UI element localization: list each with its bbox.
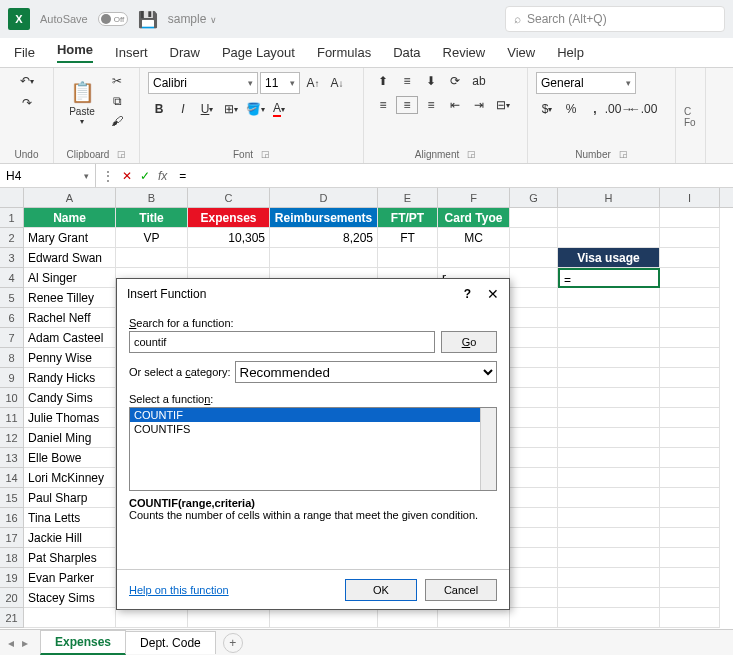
col-header[interactable]: D xyxy=(270,188,378,207)
merge-button[interactable]: ⊟▾ xyxy=(492,96,514,114)
cut-button[interactable]: ✂ xyxy=(106,72,128,90)
orientation-button[interactable]: ⟳ xyxy=(444,72,466,90)
cell[interactable]: 10,305 xyxy=(188,228,270,248)
cell[interactable] xyxy=(660,588,720,608)
cell[interactable] xyxy=(558,348,660,368)
cell[interactable] xyxy=(510,388,558,408)
cell[interactable] xyxy=(510,508,558,528)
next-sheet-button[interactable]: ▸ xyxy=(22,636,28,650)
category-dropdown[interactable]: Recommended xyxy=(235,361,498,383)
row-header[interactable]: 1 xyxy=(0,208,24,228)
row-header[interactable]: 8 xyxy=(0,348,24,368)
cell[interactable]: Visa usage xyxy=(558,248,660,268)
cell[interactable] xyxy=(660,348,720,368)
col-header[interactable]: C xyxy=(188,188,270,207)
function-search-input[interactable] xyxy=(129,331,435,353)
col-header[interactable]: I xyxy=(660,188,720,207)
insert-function-button[interactable]: fx xyxy=(156,169,169,183)
cell[interactable] xyxy=(660,368,720,388)
name-box[interactable]: H4▾ xyxy=(0,164,96,187)
cell[interactable] xyxy=(510,448,558,468)
prev-sheet-button[interactable]: ◂ xyxy=(8,636,14,650)
cell[interactable] xyxy=(660,248,720,268)
cancel-button[interactable]: Cancel xyxy=(425,579,497,601)
row-header[interactable]: 21 xyxy=(0,608,24,628)
cell[interactable] xyxy=(510,428,558,448)
row-header[interactable]: 7 xyxy=(0,328,24,348)
percent-button[interactable]: % xyxy=(560,100,582,118)
cell[interactable] xyxy=(660,308,720,328)
cell[interactable] xyxy=(510,308,558,328)
font-color-button[interactable]: A▾ xyxy=(268,100,290,118)
dialog-help-button[interactable]: ? xyxy=(464,287,471,301)
undo-button[interactable]: ↶▾ xyxy=(16,72,38,90)
cell[interactable] xyxy=(558,388,660,408)
cell[interactable] xyxy=(558,228,660,248)
row-header[interactable]: 3 xyxy=(0,248,24,268)
cell[interactable] xyxy=(660,608,720,628)
autosave-toggle[interactable]: Off xyxy=(98,12,128,26)
cell[interactable]: 8,205 xyxy=(270,228,378,248)
font-size-dropdown[interactable]: 11▾ xyxy=(260,72,300,94)
ok-button[interactable]: OK xyxy=(345,579,417,601)
cell[interactable] xyxy=(558,428,660,448)
cell[interactable] xyxy=(660,548,720,568)
cell[interactable]: Title xyxy=(116,208,188,228)
cell[interactable] xyxy=(558,308,660,328)
cell[interactable] xyxy=(558,588,660,608)
cell[interactable] xyxy=(510,528,558,548)
cell[interactable] xyxy=(116,248,188,268)
tab-view[interactable]: View xyxy=(507,45,535,60)
scrollbar[interactable] xyxy=(480,408,496,490)
cell[interactable] xyxy=(558,488,660,508)
row-header[interactable]: 10 xyxy=(0,388,24,408)
cell[interactable]: Lori McKinney xyxy=(24,468,116,488)
help-link[interactable]: Help on this function xyxy=(129,584,229,596)
cell[interactable] xyxy=(558,568,660,588)
cell[interactable]: Card Tyoe xyxy=(438,208,510,228)
cell[interactable] xyxy=(270,608,378,628)
copy-button[interactable]: ⧉ xyxy=(106,92,128,110)
align-left-button[interactable]: ≡ xyxy=(372,96,394,114)
cell[interactable] xyxy=(558,328,660,348)
cell[interactable] xyxy=(660,448,720,468)
cell[interactable]: Stacey Sims xyxy=(24,588,116,608)
row-header[interactable]: 2 xyxy=(0,228,24,248)
tab-insert[interactable]: Insert xyxy=(115,45,148,60)
align-center-button[interactable]: ≡ xyxy=(396,96,418,114)
tab-data[interactable]: Data xyxy=(393,45,420,60)
cell[interactable] xyxy=(270,248,378,268)
cell[interactable] xyxy=(510,548,558,568)
cell[interactable] xyxy=(510,588,558,608)
cell[interactable]: Tina Letts xyxy=(24,508,116,528)
comma-button[interactable]: , xyxy=(584,100,606,118)
tab-help[interactable]: Help xyxy=(557,45,584,60)
enter-formula-button[interactable]: ✓ xyxy=(138,169,152,183)
cell[interactable] xyxy=(510,348,558,368)
col-header[interactable]: B xyxy=(116,188,188,207)
font-dialog-launcher[interactable]: ◲ xyxy=(261,149,270,159)
row-header[interactable]: 15 xyxy=(0,488,24,508)
alignment-dialog-launcher[interactable]: ◲ xyxy=(467,149,476,159)
col-header[interactable]: H xyxy=(558,188,660,207)
cell[interactable]: VP xyxy=(116,228,188,248)
cell[interactable]: Reimbursements xyxy=(270,208,378,228)
cell[interactable] xyxy=(378,608,438,628)
cell[interactable]: FT xyxy=(378,228,438,248)
row-header[interactable]: 12 xyxy=(0,428,24,448)
cell[interactable] xyxy=(188,608,270,628)
cell[interactable] xyxy=(660,328,720,348)
row-header[interactable]: 13 xyxy=(0,448,24,468)
cell[interactable]: FT/PT xyxy=(378,208,438,228)
wrap-text-button[interactable]: ab xyxy=(468,72,490,90)
file-name[interactable]: sample ∨ xyxy=(168,12,217,26)
cell[interactable] xyxy=(510,568,558,588)
cell[interactable] xyxy=(438,248,510,268)
cell[interactable] xyxy=(660,208,720,228)
cell[interactable] xyxy=(378,248,438,268)
cell[interactable]: Al Singer xyxy=(24,268,116,288)
options-icon[interactable]: ⋮ xyxy=(100,169,116,183)
cell[interactable] xyxy=(510,328,558,348)
cell[interactable] xyxy=(188,248,270,268)
cell[interactable]: = xyxy=(558,268,660,288)
